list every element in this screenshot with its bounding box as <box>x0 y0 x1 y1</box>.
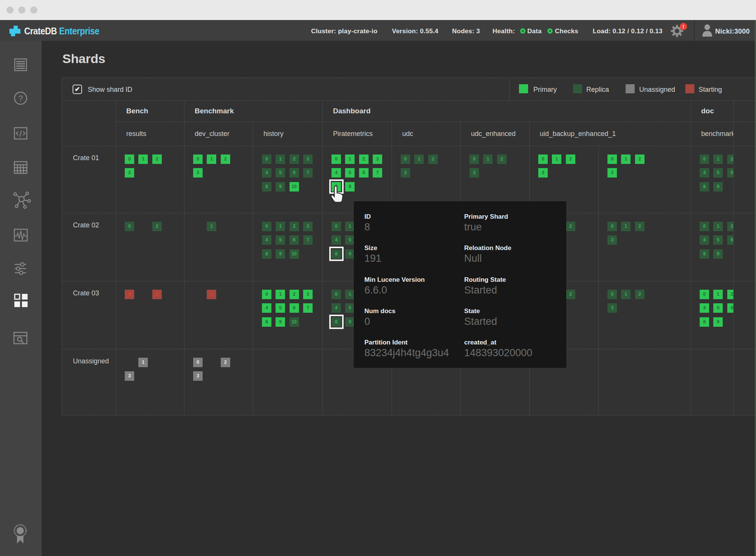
svg-text:?: ? <box>18 94 23 103</box>
svg-text:!: ! <box>683 24 684 29</box>
